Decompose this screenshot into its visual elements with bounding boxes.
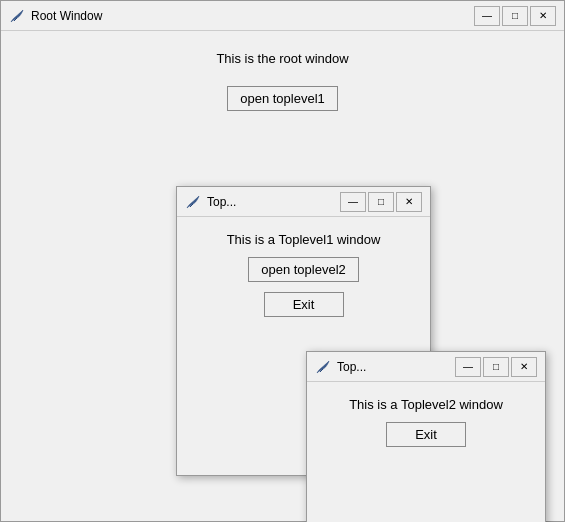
toplevel2-minimize-button[interactable]: — [455, 357, 481, 377]
open-toplevel1-button[interactable]: open toplevel1 [227, 86, 338, 111]
toplevel2-exit-button[interactable]: Exit [386, 422, 466, 447]
root-window-content: This is the root window open toplevel1 T… [1, 31, 564, 521]
root-maximize-button[interactable]: □ [502, 6, 528, 26]
root-title: Root Window [31, 9, 474, 23]
toplevel2-icon [315, 359, 331, 375]
toplevel2-title: Top... [337, 360, 455, 374]
toplevel1-maximize-button[interactable]: □ [368, 192, 394, 212]
root-window-icon [9, 8, 25, 24]
toplevel1-label: This is a Toplevel1 window [227, 232, 381, 247]
toplevel2-window: Top... — □ ✕ This is a Toplevel2 window … [306, 351, 546, 522]
root-window-controls: — □ ✕ [474, 6, 556, 26]
toplevel1-close-button[interactable]: ✕ [396, 192, 422, 212]
toplevel2-content: This is a Toplevel2 window Exit [307, 382, 545, 522]
root-label: This is the root window [216, 51, 348, 66]
toplevel1-controls: — □ ✕ [340, 192, 422, 212]
toplevel1-exit-button[interactable]: Exit [264, 292, 344, 317]
toplevel2-maximize-button[interactable]: □ [483, 357, 509, 377]
toplevel1-minimize-button[interactable]: — [340, 192, 366, 212]
toplevel1-title: Top... [207, 195, 340, 209]
toplevel1-title-bar: Top... — □ ✕ [177, 187, 430, 217]
root-close-button[interactable]: ✕ [530, 6, 556, 26]
toplevel2-label: This is a Toplevel2 window [349, 397, 503, 412]
open-toplevel2-button[interactable]: open toplevel2 [248, 257, 359, 282]
root-minimize-button[interactable]: — [474, 6, 500, 26]
toplevel2-close-button[interactable]: ✕ [511, 357, 537, 377]
toplevel2-controls: — □ ✕ [455, 357, 537, 377]
toplevel1-icon [185, 194, 201, 210]
toplevel2-title-bar: Top... — □ ✕ [307, 352, 545, 382]
root-title-bar: Root Window — □ ✕ [1, 1, 564, 31]
root-window: Root Window — □ ✕ This is the root windo… [0, 0, 565, 522]
